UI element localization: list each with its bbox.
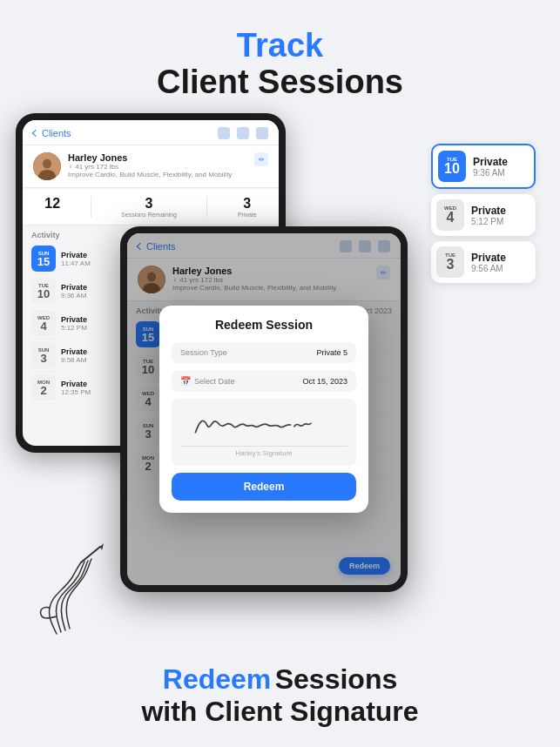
back-avatar <box>33 152 61 180</box>
footer-text: Redeem Sessions with Client Signature <box>0 663 560 728</box>
calendar-icon[interactable] <box>218 127 230 139</box>
stat-divider-2 <box>206 196 207 218</box>
back-badge-4: MON 2 <box>31 374 56 400</box>
header: Track Client Sessions <box>0 0 560 110</box>
session-type-label: Session Type <box>180 348 227 357</box>
track-title: Track <box>0 28 560 64</box>
footer-line2-label: with Client Signature <box>0 696 560 728</box>
header-subtitle: Client Sessions <box>0 64 560 101</box>
track-label: Track <box>237 27 323 64</box>
svg-marker-7 <box>100 543 104 550</box>
date-field[interactable]: 📅 Select Date Oct 15, 2023 <box>172 370 356 392</box>
hand-drawing-svg <box>13 538 135 643</box>
session-type-field: Session Type Private 5 <box>172 342 356 363</box>
tablet-front: Clients Harley Jones <box>120 226 408 592</box>
stat-total: 12 <box>44 196 60 218</box>
back-client-desc: Improve Cardio, Build Muscle, Flexibilit… <box>68 171 247 178</box>
avatar-image <box>33 152 61 180</box>
front-app-screen: Clients Harley Jones <box>127 233 401 585</box>
svg-point-1 <box>43 159 51 169</box>
date-select-label: Select Date <box>194 377 235 386</box>
modal-title: Redeem Session <box>172 318 356 332</box>
redeem-button[interactable]: Redeem <box>172 473 356 501</box>
stat-remaining: 3 Sessions Remaining <box>121 196 177 218</box>
back-client-meta: ♀ 41 yrs 172 lbs <box>68 163 247 171</box>
date-value: Oct 15, 2023 <box>302 377 347 386</box>
back-edit-button[interactable]: ✏ <box>254 152 268 166</box>
redeem-modal: Redeem Session Session Type Private 5 📅 … <box>159 306 368 513</box>
back-badge-2: WED 4 <box>31 310 56 336</box>
footer-redeem-label: Redeem <box>163 663 272 695</box>
signature-area[interactable]: Harley's Signature <box>172 399 356 466</box>
back-nav: Clients <box>23 120 279 145</box>
back-client-name: Harley Jones <box>68 152 247 163</box>
signature-label: Harley's Signature <box>180 446 347 457</box>
menu-icon[interactable] <box>256 127 268 139</box>
hand-drawing <box>13 538 135 643</box>
back-chevron-icon <box>32 130 39 137</box>
footer-sessions-label: Sessions <box>275 663 398 695</box>
back-button[interactable]: Clients <box>33 128 71 138</box>
back-badge-0: SUN 15 <box>31 246 56 272</box>
calendar-small-icon: 📅 <box>180 376 191 386</box>
modal-overlay: Redeem Session Session Type Private 5 📅 … <box>127 233 401 585</box>
nav-icons <box>218 127 268 139</box>
back-stats-row: 12 3 Sessions Remaining 3 Private <box>23 189 279 225</box>
stat-private: 3 Private <box>238 196 257 218</box>
signature-drawing <box>180 407 347 442</box>
chart-icon[interactable] <box>237 127 249 139</box>
footer-line1: Redeem Sessions <box>0 663 560 696</box>
stat-divider-1 <box>91 196 91 218</box>
back-badge-3: SUN 3 <box>31 342 56 368</box>
back-client-info: Harley Jones ♀ 41 yrs 172 lbs Improve Ca… <box>68 152 247 178</box>
back-badge-1: TUE 10 <box>31 278 56 304</box>
back-client-profile: Harley Jones ♀ 41 yrs 172 lbs Improve Ca… <box>23 145 279 188</box>
session-type-value: Private 5 <box>316 348 347 357</box>
